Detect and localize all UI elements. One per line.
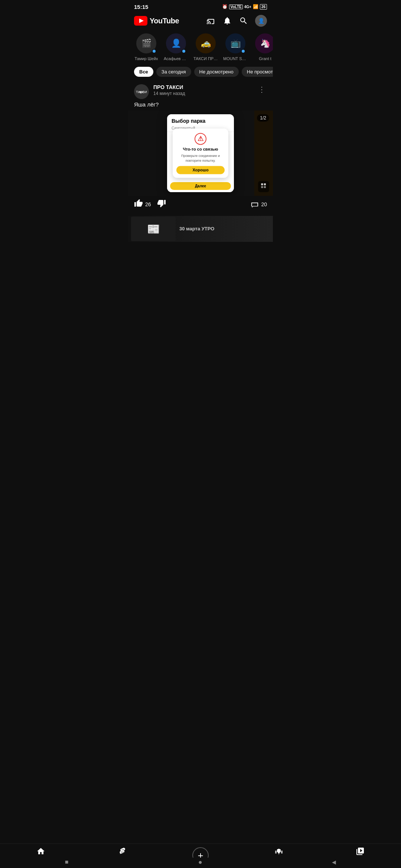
svg-rect-7 [264, 186, 266, 188]
pagination-badge: 1/2 [257, 114, 269, 122]
story-name-0: Тамир Шейх [134, 56, 158, 61]
alert-warning-icon: ⚠ [195, 133, 206, 145]
like-count: 26 [145, 201, 151, 207]
story-avatar-4: 🦄 [254, 33, 273, 54]
youtube-logo-icon [134, 16, 147, 26]
comment-button[interactable]: 20 [251, 200, 267, 208]
channel-avatar[interactable]: проТАКСИ [134, 84, 149, 99]
video-meta: проТАКСИ ПРО ТАКСИ 14 минут назад ⋮ [128, 81, 273, 101]
network-icon: 4G+ [244, 5, 251, 9]
chip-unwatched[interactable]: Не просмотрено [242, 67, 273, 77]
action-row: 26 20 [128, 196, 273, 213]
youtube-wordmark: YouTube [150, 17, 179, 25]
channel-name: ПРО ТАКСИ [153, 84, 252, 90]
story-item-2[interactable]: 🚕 ТАКСИ ПРИ... [193, 33, 218, 61]
video-title: Яша лёг? [128, 101, 273, 111]
story-item-0[interactable]: 🎬 Тамир Шейх [134, 33, 159, 61]
story-dot-1 [182, 49, 186, 53]
svg-rect-5 [264, 183, 266, 185]
like-button[interactable]: 26 [134, 199, 151, 210]
dislike-button[interactable] [157, 199, 166, 210]
story-item-3[interactable]: 📺 MOUNT SHO... [223, 33, 248, 61]
story-dot-3 [241, 49, 245, 53]
svg-rect-4 [261, 183, 263, 185]
alarm-icon: ⏰ [222, 4, 228, 9]
chip-all[interactable]: Все [134, 67, 153, 77]
cast-button[interactable] [206, 16, 216, 26]
alert-ok-button[interactable]: Хорошо [176, 166, 225, 174]
status-icons: ⏰ VoLTE 4G+ 📶 26 [222, 4, 267, 10]
app-header: YouTube 👤 [128, 12, 273, 30]
like-icon [134, 199, 143, 210]
story-dot-0 [152, 49, 156, 53]
filter-row: Все За сегодня Не досмотрено Не просмотр… [128, 64, 273, 81]
alert-dialog: ⚠ Что-то со связью Проверьте соединение … [173, 128, 228, 178]
stories-row: 🎬 Тамир Шейх 👤 Асафьев Ст... 🚕 ТАКСИ ПРИ… [128, 30, 273, 64]
signal-icon: 📶 [253, 4, 258, 9]
logo-area: YouTube [134, 16, 179, 26]
header-icons: 👤 [206, 15, 267, 27]
user-avatar[interactable]: 👤 [255, 15, 267, 27]
notification-button[interactable] [222, 16, 232, 26]
search-button[interactable] [239, 16, 248, 26]
video-card: проТАКСИ ПРО ТАКСИ 14 минут назад ⋮ Яша … [128, 81, 273, 216]
status-bar: 15:15 ⏰ VoLTE 4G+ 📶 26 [128, 0, 273, 12]
chip-today[interactable]: За сегодня [156, 67, 191, 77]
story-name-3: MOUNT SHO... [223, 56, 248, 61]
battery-icon: 26 [260, 4, 267, 10]
alert-message: Проверьте соединение и повторите попытку… [176, 154, 225, 163]
next-button[interactable]: Далее [170, 182, 231, 190]
gallery-icon [258, 181, 269, 192]
svg-text:проТАКСИ: проТАКСИ [136, 90, 147, 94]
story-item-1[interactable]: 👤 Асафьев Ст... [164, 33, 188, 61]
story-name-1: Асафьев Ст... [164, 56, 188, 61]
phone-screenshot: Выбор парка Самозанятый ⚠ Что-то со связ… [167, 114, 234, 192]
story-name-2: ТАКСИ ПРИ... [193, 56, 218, 61]
story-name-4: Grant t [259, 56, 271, 61]
dislike-icon [157, 199, 166, 210]
comment-count: 20 [261, 201, 267, 207]
story-avatar-2: 🚕 [195, 33, 216, 54]
status-time: 15:15 [134, 4, 148, 10]
video-thumbnail[interactable]: Выбор парка Самозанятый ⚠ Что-то со связ… [128, 111, 273, 196]
story-item-4[interactable]: 🦄 Grant t [253, 33, 273, 61]
chip-unwatched-partial[interactable]: Не досмотрено [194, 67, 239, 77]
svg-rect-6 [261, 186, 263, 188]
channel-time: 14 минут назад [153, 91, 252, 96]
volte-icon: VoLTE [229, 4, 242, 9]
alert-title: Что-то со связью [183, 147, 218, 151]
next-video-preview[interactable]: 📰 30 марта УТРО [128, 216, 273, 242]
more-options-button[interactable]: ⋮ [257, 84, 267, 95]
channel-info: ПРО ТАКСИ 14 минут назад [153, 84, 252, 96]
